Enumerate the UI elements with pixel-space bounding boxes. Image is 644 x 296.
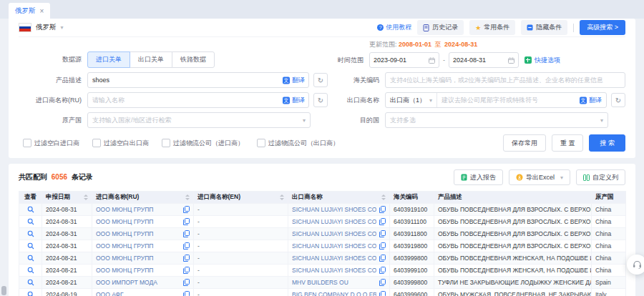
- copy-icon[interactable]: [183, 206, 190, 213]
- copy-icon[interactable]: [183, 242, 190, 250]
- exporter-link[interactable]: BIG BEN COMPANY D O O FROM BEST T: [292, 291, 376, 296]
- checkbox-label: 过滤空白出口商: [104, 139, 149, 148]
- date-to-input[interactable]: 2024-08-31: [449, 52, 519, 68]
- exporter-link[interactable]: SICHUAN LUJIAYI SHOES CO LTD: [292, 267, 376, 274]
- tab-rail-data[interactable]: 铁路数据: [172, 51, 215, 68]
- copy-icon[interactable]: [379, 242, 386, 250]
- dest-country-select[interactable]: 支持多选 ▾: [385, 112, 608, 128]
- exporter-link[interactable]: MHV BUILDERS OU: [292, 279, 376, 286]
- copy-icon[interactable]: [379, 206, 386, 213]
- view-record-icon[interactable]: [23, 255, 38, 262]
- checkbox-icon[interactable]: [23, 139, 31, 147]
- match-count: 6056: [52, 173, 67, 181]
- exporter-link[interactable]: SICHUAN LUJIAYI SHOES CO LTD: [292, 218, 376, 225]
- cell-date: 2024-08-31: [42, 228, 92, 240]
- importer-ru-link[interactable]: ООО МЮНЦ ГРУПП: [96, 255, 180, 262]
- history-button[interactable]: 历史记录: [417, 20, 464, 35]
- sort-icon[interactable]: [84, 194, 88, 200]
- enter-report-button[interactable]: 进入报告: [454, 169, 503, 185]
- chevron-down-icon[interactable]: ▾: [560, 174, 563, 181]
- view-record-icon[interactable]: [23, 242, 38, 250]
- checkbox-filter-blank-exporter[interactable]: 过滤空白出口商: [92, 139, 149, 148]
- translate-link[interactable]: 文 翻译: [283, 76, 305, 85]
- product-desc-input[interactable]: [87, 72, 309, 88]
- importer-ru-link[interactable]: ООО МЮНЦ ГРУПП: [96, 206, 180, 213]
- exporter-type-select[interactable]: 出口商（1） ▾: [386, 93, 437, 107]
- checkbox-filter-logistics-importer[interactable]: 过滤物流公司（进口商）: [162, 139, 244, 148]
- copy-icon[interactable]: [183, 218, 190, 225]
- checkbox-filter-blank-importer[interactable]: 过滤空白进口商: [23, 139, 79, 148]
- search-button[interactable]: 搜 索: [589, 134, 625, 152]
- exporter-link[interactable]: SICHUAN LUJIAYI SHOES CO LTD: [292, 230, 376, 237]
- input-history-icon[interactable]: ↻: [611, 93, 625, 107]
- view-record-icon[interactable]: [23, 218, 38, 225]
- importer-ru-link[interactable]: ООО ИМПОРТ МОДА: [96, 279, 180, 286]
- view-record-icon[interactable]: [23, 230, 38, 237]
- update-range: 更新范围: 2008-01-01 至 2024-08-31: [369, 40, 625, 49]
- copy-icon[interactable]: [183, 279, 190, 286]
- importer-ru-link[interactable]: ООО МЮНЦ ГРУПП: [96, 242, 180, 250]
- report-icon: [461, 174, 467, 181]
- copy-icon[interactable]: [183, 267, 190, 274]
- checkbox-icon[interactable]: [257, 139, 265, 147]
- translate-icon: 文: [283, 77, 290, 84]
- copy-icon[interactable]: [379, 267, 386, 274]
- checkbox-icon[interactable]: [92, 139, 101, 147]
- exporter-link[interactable]: SICHUAN LUJIAYI SHOES CO LTD: [292, 255, 376, 262]
- advanced-search-button[interactable]: 高级搜索 >: [580, 20, 625, 35]
- favorite-conditions-button[interactable]: ★ 常用条件: [469, 20, 515, 35]
- input-history-icon[interactable]: ↻: [313, 93, 328, 107]
- copy-icon[interactable]: [379, 279, 386, 286]
- tab-import-manifest[interactable]: 进口关单: [87, 51, 130, 68]
- copy-icon[interactable]: [183, 230, 190, 237]
- checkbox-filter-logistics-exporter[interactable]: 过滤物流公司（出口商）: [257, 139, 339, 148]
- copy-icon[interactable]: [379, 291, 386, 296]
- scrollbar-thumb[interactable]: [1, 286, 6, 295]
- col-importer-en[interactable]: 进口商名称(EN): [194, 192, 288, 204]
- sort-icon[interactable]: [185, 194, 190, 200]
- translate-link[interactable]: 文 翻译: [580, 96, 602, 105]
- exporter-link[interactable]: SICHUAN LUJIAYI SHOES CO LTD: [292, 242, 376, 250]
- tab-export-manifest[interactable]: 出口关单: [130, 51, 172, 68]
- export-excel-button[interactable]: 导出Excel ▾: [509, 169, 570, 185]
- copy-icon[interactable]: [379, 255, 386, 262]
- hs-code-input[interactable]: [385, 72, 625, 88]
- customize-columns-button[interactable]: 自定义列: [576, 169, 625, 185]
- view-record-icon[interactable]: [23, 279, 38, 286]
- copy-icon[interactable]: [379, 218, 386, 225]
- importer-ru-link[interactable]: ООО МЮНЦ ГРУПП: [96, 218, 180, 225]
- view-record-icon[interactable]: [23, 206, 38, 213]
- quick-options-link[interactable]: 快捷选项: [525, 56, 560, 65]
- col-exporter[interactable]: 出口商名称: [288, 192, 390, 204]
- checkbox-icon[interactable]: [162, 139, 170, 147]
- importer-ru-input[interactable]: [87, 92, 309, 108]
- view-record-icon[interactable]: [23, 291, 38, 296]
- date-from-input[interactable]: 2023-09-01: [369, 52, 439, 68]
- country-selector[interactable]: 俄罗斯 ▾: [19, 23, 64, 32]
- col-view: 查看: [19, 192, 42, 204]
- save-conditions-button[interactable]: 保存常用: [503, 134, 546, 152]
- view-record-icon[interactable]: [23, 267, 38, 274]
- customer-service-button[interactable]: [627, 255, 644, 275]
- translate-link[interactable]: 文 翻译: [283, 96, 305, 105]
- tutorial-link[interactable]: ? 使用教程: [377, 23, 411, 32]
- hide-conditions-button[interactable]: 隐藏条件: [521, 20, 567, 35]
- copy-icon[interactable]: [183, 255, 190, 262]
- importer-ru-link[interactable]: ООО АФГ: [96, 291, 180, 296]
- reset-button[interactable]: 重 置: [552, 134, 584, 152]
- copy-icon[interactable]: [379, 230, 386, 237]
- origin-country-select[interactable]: 支持输入国家/地区进行检索 ▾: [87, 112, 311, 128]
- sort-icon[interactable]: [381, 194, 386, 200]
- close-icon[interactable]: ×: [40, 8, 44, 15]
- product-desc-label: 产品描述: [19, 76, 82, 85]
- importer-ru-link[interactable]: ООО МЮНЦ ГРУПП: [96, 267, 180, 274]
- importer-ru-link[interactable]: ООО МЮНЦ ГРУПП: [96, 230, 180, 237]
- copy-icon[interactable]: [183, 291, 190, 296]
- exporter-link[interactable]: SICHUAN LUJIAYI SHOES CO LTD: [292, 206, 376, 213]
- tab-russia[interactable]: 俄罗斯 ×: [9, 3, 50, 19]
- input-history-icon[interactable]: ↻: [313, 73, 328, 87]
- col-importer-ru[interactable]: 进口商名称(RU): [92, 192, 194, 204]
- col-date[interactable]: 申报日期: [42, 192, 92, 204]
- sort-icon[interactable]: [280, 194, 284, 200]
- cell-hs-code: 6403999800: [390, 277, 434, 289]
